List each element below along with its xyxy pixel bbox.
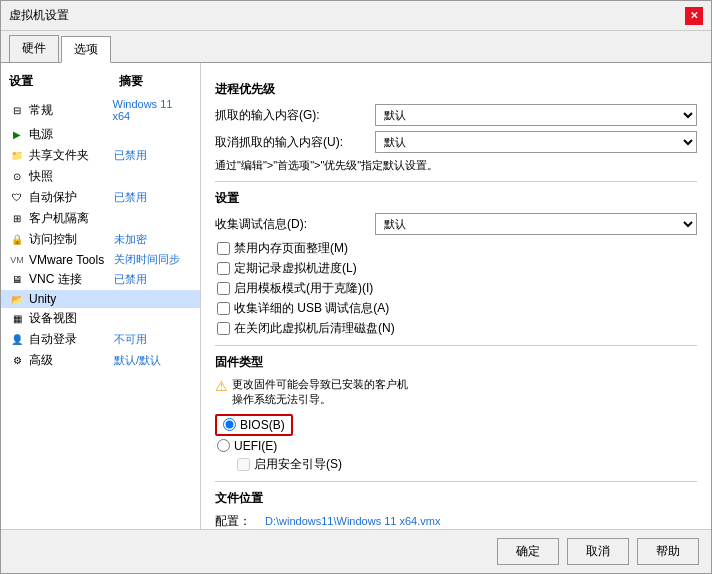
firmware-title: 固件类型: [215, 354, 697, 371]
divider-3: [215, 481, 697, 482]
capture-select[interactable]: 默认: [375, 104, 697, 126]
sidebar-item-access-control[interactable]: 🔒 访问控制 未加密: [1, 229, 200, 250]
secure-boot-checkbox[interactable]: [237, 458, 250, 471]
uefi-radio[interactable]: [217, 439, 230, 452]
sidebar-item-guest-isolation[interactable]: ⊞ 客户机隔离: [1, 208, 200, 229]
tab-options[interactable]: 选项: [61, 36, 111, 63]
capture-label: 抓取的输入内容(G):: [215, 107, 375, 124]
tab-hardware[interactable]: 硬件: [9, 35, 59, 62]
checkbox-log-progress[interactable]: [217, 262, 230, 275]
file-location-title: 文件位置: [215, 490, 697, 507]
checkbox-clean-disk[interactable]: [217, 322, 230, 335]
checkbox-log-progress-label: 定期记录虚拟机进度(L): [234, 260, 357, 277]
priority-note: 通过"编辑">"首选项">"优先级"指定默认设置。: [215, 158, 697, 173]
checkbox-template-mode[interactable]: [217, 282, 230, 295]
checkbox-template-mode-label: 启用模板模式(用于克隆)(I): [234, 280, 373, 297]
virtual-machine-settings-dialog: 虚拟机设置 ✕ 硬件 选项 设置 摘要 ⊟ 常规 Windows 11 x64 …: [0, 0, 712, 574]
release-select[interactable]: 默认: [375, 131, 697, 153]
secure-boot-row: 启用安全引导(S): [215, 456, 697, 473]
uefi-label: UEFI(E): [234, 439, 277, 453]
sidebar-item-vnc[interactable]: 🖥 VNC 连接 已禁用: [1, 269, 200, 290]
checkbox-usb-debug[interactable]: [217, 302, 230, 315]
snapshot-icon: ⊙: [9, 170, 25, 184]
secure-boot-label: 启用安全引导(S): [254, 456, 342, 473]
file-location-section: 文件位置 配置： D:\windows11\Windows 11 x64.vmx…: [215, 490, 697, 529]
config-value: D:\windows11\Windows 11 x64.vmx: [265, 515, 697, 527]
checkbox-row-1: 定期记录虚拟机进度(L): [215, 260, 697, 277]
capture-row: 抓取的输入内容(G): 默认: [215, 104, 697, 126]
release-label: 取消抓取的输入内容(U):: [215, 134, 375, 151]
sidebar-item-snapshot[interactable]: ⊙ 快照: [1, 166, 200, 187]
firmware-warning-row: ⚠ 更改固件可能会导致已安装的客户机操作系统无法引导。: [215, 377, 697, 408]
bios-radio[interactable]: [223, 418, 236, 431]
settings-list-panel: 设置 摘要 ⊟ 常规 Windows 11 x64 ▶ 电源 📁 共享文件夹 已…: [1, 63, 201, 529]
sidebar-item-unity[interactable]: 📂 Unity: [1, 290, 200, 308]
divider-1: [215, 181, 697, 182]
power-icon: ▶: [9, 128, 25, 142]
checkbox-memory-trim-label: 禁用内存页面整理(M): [234, 240, 348, 257]
help-button[interactable]: 帮助: [637, 538, 699, 565]
sidebar-item-vmware-tools[interactable]: VM VMware Tools 关闭时间同步: [1, 250, 200, 269]
firmware-warning-text: 更改固件可能会导致已安装的客户机操作系统无法引导。: [232, 377, 408, 408]
checkbox-row-2: 启用模板模式(用于克隆)(I): [215, 280, 697, 297]
device-view-icon: ▦: [9, 312, 25, 326]
warning-icon: ⚠: [215, 378, 228, 394]
sidebar-item-shared-folders[interactable]: 📁 共享文件夹 已禁用: [1, 145, 200, 166]
auto-protect-icon: 🛡: [9, 191, 25, 205]
config-file-row: 配置： D:\windows11\Windows 11 x64.vmx: [215, 513, 697, 529]
sidebar-item-advanced[interactable]: ⚙ 高级 默认/默认: [1, 350, 200, 371]
ok-button[interactable]: 确定: [497, 538, 559, 565]
uefi-radio-row: UEFI(E): [215, 439, 697, 453]
debug-row: 收集调试信息(D): 默认: [215, 213, 697, 235]
config-label: 配置：: [215, 513, 265, 529]
sidebar-item-autologon[interactable]: 👤 自动登录 不可用: [1, 329, 200, 350]
tabs-container: 硬件 选项: [1, 31, 711, 63]
checkbox-row-4: 在关闭此虚拟机后清理磁盘(N): [215, 320, 697, 337]
checkbox-row-3: 收集详细的 USB 调试信息(A): [215, 300, 697, 317]
settings-section-title: 设置: [215, 190, 697, 207]
list-header: 设置 摘要: [1, 71, 200, 92]
checkbox-row-0: 禁用内存页面整理(M): [215, 240, 697, 257]
sidebar-item-auto-protect[interactable]: 🛡 自动保护 已禁用: [1, 187, 200, 208]
divider-2: [215, 345, 697, 346]
vmware-tools-icon: VM: [9, 253, 25, 267]
autologon-icon: 👤: [9, 333, 25, 347]
sidebar-item-power[interactable]: ▶ 电源: [1, 124, 200, 145]
sidebar-item-general[interactable]: ⊟ 常规 Windows 11 x64: [1, 96, 200, 124]
checkbox-memory-trim[interactable]: [217, 242, 230, 255]
cancel-button[interactable]: 取消: [567, 538, 629, 565]
vnc-icon: 🖥: [9, 273, 25, 287]
sidebar-item-device-view[interactable]: ▦ 设备视图: [1, 308, 200, 329]
shared-folders-icon: 📁: [9, 149, 25, 163]
checkbox-usb-debug-label: 收集详细的 USB 调试信息(A): [234, 300, 389, 317]
right-settings-panel: 进程优先级 抓取的输入内容(G): 默认 取消抓取的输入内容(U): 默认 通过…: [201, 63, 711, 529]
debug-select[interactable]: 默认: [375, 213, 697, 235]
advanced-icon: ⚙: [9, 354, 25, 368]
general-icon: ⊟: [9, 103, 25, 117]
unity-icon: 📂: [9, 292, 25, 306]
debug-label: 收集调试信息(D):: [215, 216, 375, 233]
access-control-icon: 🔒: [9, 233, 25, 247]
firmware-section: 固件类型 ⚠ 更改固件可能会导致已安装的客户机操作系统无法引导。 BIOS(B)…: [215, 354, 697, 473]
bios-radio-row-highlighted: BIOS(B): [215, 414, 293, 436]
bottom-bar: 确定 取消 帮助: [1, 529, 711, 573]
main-content: 设置 摘要 ⊟ 常规 Windows 11 x64 ▶ 电源 📁 共享文件夹 已…: [1, 63, 711, 529]
guest-isolation-icon: ⊞: [9, 212, 25, 226]
process-priority-title: 进程优先级: [215, 81, 697, 98]
title-bar: 虚拟机设置 ✕: [1, 1, 711, 31]
release-row: 取消抓取的输入内容(U): 默认: [215, 131, 697, 153]
checkbox-clean-disk-label: 在关闭此虚拟机后清理磁盘(N): [234, 320, 395, 337]
close-button[interactable]: ✕: [685, 7, 703, 25]
bios-label: BIOS(B): [240, 418, 285, 432]
dialog-title: 虚拟机设置: [9, 7, 69, 24]
